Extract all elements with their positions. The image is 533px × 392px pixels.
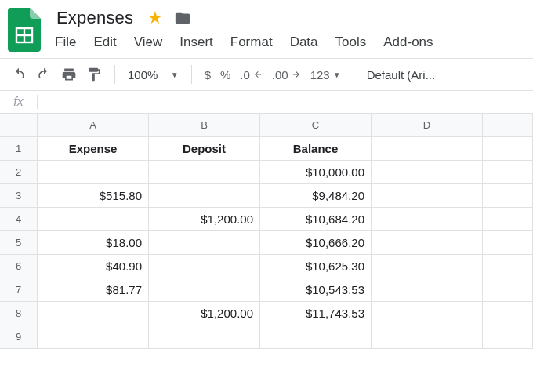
cell-B8[interactable]: $1,200.00 bbox=[149, 302, 260, 325]
select-all-corner[interactable] bbox=[0, 114, 38, 137]
cell-B9[interactable] bbox=[149, 325, 260, 349]
cell-A1[interactable]: Expense bbox=[38, 137, 149, 161]
cell-A3[interactable]: $515.80 bbox=[38, 184, 149, 208]
row-header-5[interactable]: 5 bbox=[0, 231, 38, 255]
cell-E6[interactable] bbox=[483, 255, 533, 278]
cell-C5[interactable]: $10,666.20 bbox=[260, 231, 372, 255]
menu-data[interactable]: Data bbox=[290, 34, 318, 50]
format-currency-button[interactable]: $ bbox=[205, 68, 211, 82]
sheets-app-icon[interactable] bbox=[8, 8, 41, 52]
more-formats-label: 123 bbox=[310, 68, 330, 82]
cell-C3[interactable]: $9,484.20 bbox=[260, 184, 372, 208]
cell-A7[interactable]: $81.77 bbox=[38, 278, 149, 302]
cell-A5[interactable]: $18.00 bbox=[38, 231, 149, 255]
increase-decimal-label: .00 bbox=[272, 68, 288, 82]
row-header-6[interactable]: 6 bbox=[0, 255, 38, 278]
column-header-B[interactable]: B bbox=[149, 114, 260, 137]
cell-B3[interactable] bbox=[149, 184, 260, 208]
menu-file[interactable]: File bbox=[55, 34, 76, 50]
toolbar-separator bbox=[354, 65, 354, 84]
menu-insert[interactable]: Insert bbox=[179, 34, 213, 50]
toolbar-separator bbox=[191, 65, 192, 84]
chevron-down-icon: ▼ bbox=[333, 71, 341, 79]
cell-D3[interactable] bbox=[372, 184, 483, 208]
cell-D1[interactable] bbox=[372, 137, 483, 161]
chevron-down-icon: ▼ bbox=[171, 71, 179, 79]
cell-B6[interactable] bbox=[149, 255, 260, 278]
cell-D9[interactable] bbox=[372, 325, 483, 349]
cell-B5[interactable] bbox=[149, 231, 260, 255]
cell-C2[interactable]: $10,000.00 bbox=[260, 161, 372, 184]
row-header-1[interactable]: 1 bbox=[0, 137, 38, 161]
menu-bar: File Edit View Insert Format Data Tools … bbox=[53, 30, 435, 58]
cell-D8[interactable] bbox=[372, 302, 483, 325]
menu-addons[interactable]: Add-ons bbox=[383, 34, 433, 50]
column-header-D[interactable]: D bbox=[372, 114, 483, 137]
cell-E7[interactable] bbox=[483, 278, 533, 302]
cell-E1[interactable] bbox=[483, 137, 533, 161]
toolbar-separator bbox=[114, 65, 115, 84]
cell-C8[interactable]: $11,743.53 bbox=[260, 302, 372, 325]
move-folder-icon[interactable] bbox=[174, 9, 191, 27]
formula-bar: fx bbox=[0, 90, 533, 114]
more-formats-dropdown[interactable]: 123 ▼ bbox=[310, 68, 341, 82]
cell-D7[interactable] bbox=[372, 278, 483, 302]
fx-icon: fx bbox=[0, 95, 38, 109]
column-header-C[interactable]: C bbox=[260, 114, 372, 137]
cell-C7[interactable]: $10,543.53 bbox=[260, 278, 372, 302]
cell-E8[interactable] bbox=[483, 302, 533, 325]
row-header-7[interactable]: 7 bbox=[0, 278, 38, 302]
menu-format[interactable]: Format bbox=[230, 34, 273, 50]
cell-B4[interactable]: $1,200.00 bbox=[149, 208, 260, 231]
cell-A2[interactable] bbox=[38, 161, 149, 184]
cell-C6[interactable]: $10,625.30 bbox=[260, 255, 372, 278]
cell-E2[interactable] bbox=[483, 161, 533, 184]
cell-D2[interactable] bbox=[372, 161, 483, 184]
document-title[interactable]: Expenses bbox=[53, 6, 136, 30]
menu-view[interactable]: View bbox=[134, 34, 163, 50]
menu-edit[interactable]: Edit bbox=[93, 34, 116, 50]
cell-D4[interactable] bbox=[372, 208, 483, 231]
row-header-4[interactable]: 4 bbox=[0, 208, 38, 231]
cell-B7[interactable] bbox=[149, 278, 260, 302]
cell-C9[interactable] bbox=[260, 325, 372, 349]
cell-A4[interactable] bbox=[38, 208, 149, 231]
menu-tools[interactable]: Tools bbox=[335, 34, 367, 50]
title-bar: Expenses ★ File Edit View Insert Format … bbox=[0, 0, 533, 58]
cell-E4[interactable] bbox=[483, 208, 533, 231]
cell-A8[interactable] bbox=[38, 302, 149, 325]
cell-D6[interactable] bbox=[372, 255, 483, 278]
column-header-A[interactable]: A bbox=[38, 114, 149, 137]
cell-C1[interactable]: Balance bbox=[260, 137, 372, 161]
spreadsheet-grid: A B C D 1 Expense Deposit Balance 2 $10,… bbox=[0, 114, 533, 349]
cell-A9[interactable] bbox=[38, 325, 149, 349]
cell-E9[interactable] bbox=[483, 325, 533, 349]
row-header-2[interactable]: 2 bbox=[0, 161, 38, 184]
cell-B2[interactable] bbox=[149, 161, 260, 184]
cell-E3[interactable] bbox=[483, 184, 533, 208]
cell-B1[interactable]: Deposit bbox=[149, 137, 260, 161]
row-header-8[interactable]: 8 bbox=[0, 302, 38, 325]
cell-D5[interactable] bbox=[372, 231, 483, 255]
zoom-value: 100% bbox=[128, 68, 158, 82]
cell-A6[interactable]: $40.90 bbox=[38, 255, 149, 278]
star-icon[interactable]: ★ bbox=[147, 9, 163, 27]
column-header-extra[interactable] bbox=[483, 114, 533, 137]
row-header-9[interactable]: 9 bbox=[0, 325, 38, 349]
row-header-3[interactable]: 3 bbox=[0, 184, 38, 208]
formula-input[interactable] bbox=[38, 91, 533, 113]
cell-E5[interactable] bbox=[483, 231, 533, 255]
font-family-dropdown[interactable]: Default (Ari... bbox=[367, 68, 436, 82]
format-percent-button[interactable]: % bbox=[220, 68, 230, 82]
redo-button[interactable] bbox=[36, 67, 52, 82]
toolbar: 100% ▼ $ % .0 .00 123 ▼ Default (Ari... bbox=[0, 59, 533, 90]
print-button[interactable] bbox=[61, 67, 77, 82]
zoom-dropdown[interactable]: 100% ▼ bbox=[128, 68, 179, 82]
undo-button[interactable] bbox=[11, 67, 27, 82]
decrease-decimal-button[interactable]: .0 bbox=[240, 68, 263, 82]
paint-format-button[interactable] bbox=[86, 67, 102, 82]
decrease-decimal-label: .0 bbox=[240, 68, 250, 82]
cell-C4[interactable]: $10,684.20 bbox=[260, 208, 372, 231]
increase-decimal-button[interactable]: .00 bbox=[272, 68, 301, 82]
